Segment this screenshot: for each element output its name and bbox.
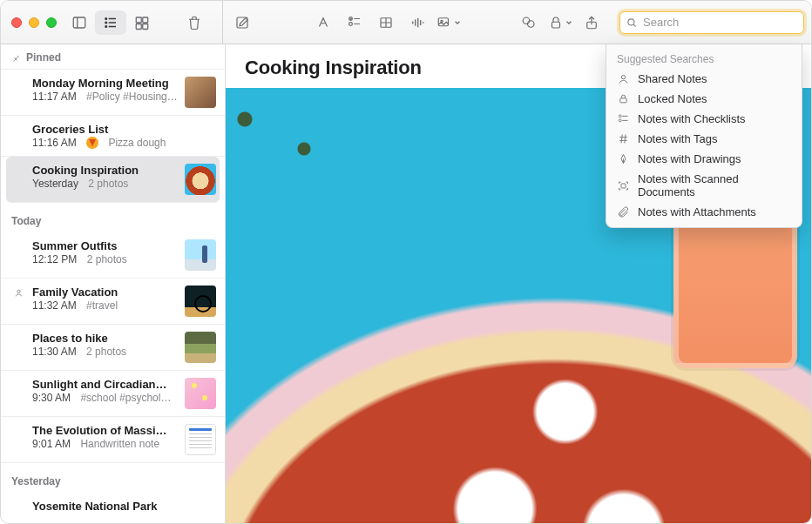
note-time: 11:32 AM [32,299,77,312]
note-time: 9:01 AM [32,438,71,450]
search-input[interactable] [643,16,798,29]
note-list-item[interactable]: Family Vacation 11:32 AM #travel [1,279,225,325]
paperclip-icon [617,205,630,218]
note-thumbnail [185,164,216,195]
suggestion-attachments[interactable]: Notes with Attachments [606,202,802,222]
note-list-item[interactable]: The Evolution of Massi… 9:01 AM Handwrit… [1,417,225,463]
actions-group [513,10,607,35]
svg-point-27 [523,17,530,24]
list-view-button[interactable] [95,10,126,35]
suggestion-label: Shared Notes [638,72,707,85]
yesterday-section-header: Yesterday [1,463,225,493]
note-list-item[interactable]: Places to hike 11:30 AM 2 photos [1,325,225,371]
today-section-header: Today [1,203,225,232]
svg-rect-34 [620,98,627,103]
svg-rect-0 [73,17,85,28]
svg-line-42 [625,135,626,144]
note-title: Family Vacation [32,286,178,299]
note-title: Summer Outfits [32,239,178,252]
svg-rect-11 [143,24,148,29]
window-zoom-button[interactable] [46,17,57,28]
suggestion-label: Notes with Attachments [638,205,756,218]
people-icon [617,72,630,85]
svg-line-32 [633,24,636,27]
note-list-item[interactable]: Monday Morning Meeting 11:17 AM #Policy … [1,70,225,116]
pinned-label: Pinned [26,51,61,64]
suggestion-locked-notes[interactable]: Locked Notes [606,89,802,109]
note-title: The Evolution of Massi… [32,424,178,437]
lock-button[interactable] [545,10,576,35]
note-title: Sunlight and Circadian… [32,378,178,391]
format-group [308,10,464,35]
pizza-emoji-icon [86,137,98,149]
checklist-icon [617,112,630,125]
suggestion-label: Notes with Scanned Documents [638,172,791,198]
note-detail: 2 photos [88,178,128,190]
svg-rect-10 [136,24,141,29]
note-thumbnail [185,378,216,409]
note-thumbnail [185,239,216,271]
suggestion-label: Notes with Tags [638,132,718,145]
link-button[interactable] [513,10,545,35]
note-time: Yesterday [32,178,78,190]
suggestion-scanned[interactable]: Notes with Scanned Documents [606,169,802,202]
svg-point-45 [17,290,19,292]
search-icon [626,17,638,29]
new-note-button[interactable] [227,10,258,35]
suggestion-drawings[interactable]: Notes with Drawings [606,149,802,169]
window-minimize-button[interactable] [29,17,39,28]
note-title: Places to hike [32,332,178,345]
note-list-item-selected[interactable]: Cooking Inspiration Yesterday 2 photos [6,157,220,203]
note-list-item[interactable]: Groceries List 11:16 AM Pizza dough [1,116,225,157]
shared-icon [13,287,24,299]
svg-point-4 [105,22,107,24]
svg-rect-12 [237,17,247,28]
note-time: 11:30 AM [32,346,77,358]
table-button[interactable] [370,10,402,35]
gallery-view-button[interactable] [126,10,158,35]
view-toggle-group [64,10,166,35]
svg-rect-9 [143,17,148,23]
suggestion-label: Notes with Checklists [638,112,746,125]
share-button[interactable] [576,10,607,35]
note-time: 12:12 PM [32,253,77,265]
text-style-button[interactable] [308,10,339,35]
search-field[interactable] [619,11,804,34]
note-list-item[interactable]: Sunlight and Circadian… 9:30 AM #school … [1,371,225,417]
note-thumbnail [185,286,216,317]
note-detail: #Policy #Housing… [86,91,178,103]
delete-note-button[interactable] [179,10,210,35]
pencil-tip-icon [617,152,630,165]
notes-list-sidebar[interactable]: Pinned Monday Morning Meeting 11:17 AM #… [1,44,226,523]
window-close-button[interactable] [11,17,22,28]
note-list-item[interactable]: Yosemite National Park [1,493,225,520]
svg-rect-29 [552,22,560,28]
note-detail: 2 photos [87,253,127,265]
note-detail: #travel [86,299,118,312]
svg-point-6 [105,25,107,27]
note-detail: 2 photos [86,346,126,358]
svg-point-2 [105,17,107,19]
toggle-sidebar-button[interactable] [64,10,95,35]
note-time: 11:17 AM [32,91,77,103]
svg-rect-44 [621,184,626,188]
note-title: Cooking Inspiration [32,164,178,177]
note-title: Groceries List [32,123,216,136]
today-label: Today [11,215,41,227]
scan-icon [617,179,630,192]
pinned-section-header: Pinned [1,44,225,70]
audio-button[interactable] [402,10,433,35]
lock-icon [617,92,630,105]
svg-line-41 [621,135,622,144]
media-button[interactable] [433,10,464,35]
toolbar-divider [222,1,223,44]
suggestion-shared-notes[interactable]: Shared Notes [606,69,802,89]
checklist-button[interactable] [339,10,370,35]
note-list-item[interactable]: Summer Outfits 12:12 PM 2 photos [1,232,225,279]
search-suggestions-dropdown: Suggested Searches Shared Notes Locked N… [606,44,802,228]
titlebar-toolbar [1,1,811,44]
suggestion-tags[interactable]: Notes with Tags [606,129,802,149]
note-detail: Handwritten note [80,438,159,450]
suggestion-checklists[interactable]: Notes with Checklists [606,109,802,129]
svg-point-28 [528,20,535,27]
